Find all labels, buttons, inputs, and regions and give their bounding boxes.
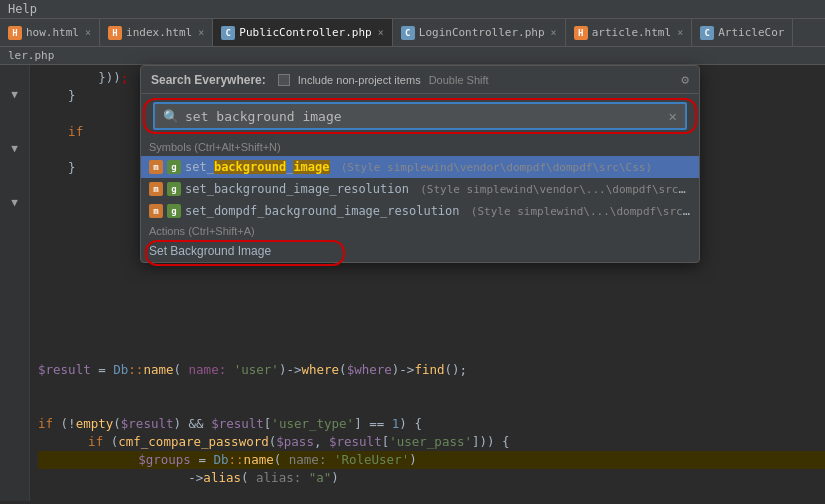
settings-gear-icon[interactable]: ⚙ xyxy=(681,72,689,87)
include-non-project-label: Include non-project items xyxy=(298,74,421,86)
search-dialog-header: Search Everywhere: Include non-project i… xyxy=(141,66,699,94)
actions-section-header: Actions (Ctrl+Shift+A) xyxy=(141,222,699,240)
action-result-label: Set Background Image xyxy=(149,244,271,258)
gutter-fold-2[interactable]: ▼ xyxy=(0,139,29,157)
tab-icon-show-html: H xyxy=(8,26,22,40)
gutter-line-10 xyxy=(0,229,29,247)
result-text-2: set_background_image_resolution (Style s… xyxy=(185,182,691,196)
gutter-line-9 xyxy=(0,211,29,229)
search-result-set-background-image-resolution[interactable]: m g set_background_image_resolution (Sty… xyxy=(141,178,699,200)
tab-icon-index-html: H xyxy=(108,26,122,40)
double-shift-shortcut: Double Shift xyxy=(429,74,489,86)
help-menu[interactable]: Help xyxy=(8,2,37,16)
tab-index-html[interactable]: H index.html × xyxy=(100,19,213,47)
tab-icon-login-controller: C xyxy=(401,26,415,40)
gutter-line-4 xyxy=(0,121,29,139)
tab-icon-article-html: H xyxy=(574,26,588,40)
tab-label-article-html: article.html xyxy=(592,26,671,39)
code-alias-line: -> alias ( alias: "a" ) xyxy=(38,469,825,487)
tab-close-article-html[interactable]: × xyxy=(677,27,683,38)
result-path-1: (Style simplewind\vendor\dompdf\dompdf\s… xyxy=(341,161,652,174)
search-magnifier-icon: 🔍 xyxy=(163,109,179,124)
search-input-row: 🔍 set background image ✕ xyxy=(153,102,687,130)
gutter-line-1 xyxy=(0,67,29,85)
code-groups-line: $groups = Db :: name ( name: 'RoleUser' … xyxy=(38,451,825,469)
gutter-fold-1[interactable]: ▼ xyxy=(0,85,29,103)
result-icon-m-1: m xyxy=(149,160,163,174)
tab-article-html[interactable]: H article.html × xyxy=(566,19,693,47)
tab-login-controller[interactable]: C LoginController.php × xyxy=(393,19,566,47)
tab-label-show-html: how.html xyxy=(26,26,79,39)
tab-bar: H how.html × H index.html × C PublicCont… xyxy=(0,19,825,47)
gutter-line-13 xyxy=(0,283,29,301)
tab-show-html[interactable]: H how.html × xyxy=(0,19,100,47)
action-result-container: Set Background Image xyxy=(141,240,699,262)
code-if-inner: if ( cmf_compare_password ( $pass , $res… xyxy=(38,433,825,451)
gutter-line-12 xyxy=(0,265,29,283)
result-path-2: (Style simplewind\vendor\...\dompdf\src\… xyxy=(420,183,691,196)
gutter-line-22 xyxy=(0,445,29,463)
tab-public-controller[interactable]: C PublicController.php × xyxy=(213,19,392,47)
gutter-line-16 xyxy=(0,337,29,355)
gutter-line-6 xyxy=(0,157,29,175)
gutter-line-17 xyxy=(0,355,29,373)
search-dialog-title: Search Everywhere: xyxy=(151,73,266,87)
breadcrumb: ler.php xyxy=(0,47,825,65)
search-input-text[interactable]: set background image xyxy=(185,109,669,124)
search-clear-button[interactable]: ✕ xyxy=(669,108,677,124)
result-icon-m-3: m xyxy=(149,204,163,218)
result-text-3: set_dompdf_background_image_resolution (… xyxy=(185,204,691,218)
search-input-container: 🔍 set background image ✕ xyxy=(141,94,699,138)
result-path-3: (Style simplewind\...\dompdf\src\Css) xyxy=(471,205,691,218)
tab-label-index-html: index.html xyxy=(126,26,192,39)
line-number-gutter: ▼ ▼ ▼ xyxy=(0,65,30,501)
menu-bar: Help xyxy=(0,0,825,19)
gutter-line-21 xyxy=(0,427,29,445)
code-spacer-2 xyxy=(38,397,825,415)
code-if-line: if (! empty ( $result ) && $result [ 'us… xyxy=(38,415,825,433)
search-result-set-background-image[interactable]: m g set_background_image (Style simplewi… xyxy=(141,156,699,178)
tab-label-public-controller: PublicController.php xyxy=(239,26,371,39)
tab-close-public-controller[interactable]: × xyxy=(378,27,384,38)
result-icon-g-3: g xyxy=(167,204,181,218)
gutter-line-15 xyxy=(0,319,29,337)
gutter-line-20 xyxy=(0,409,29,427)
action-result-text: Set Background Image xyxy=(149,244,691,258)
gutter-line-23 xyxy=(0,463,29,481)
tab-close-index-html[interactable]: × xyxy=(198,27,204,38)
result-text-1: set_background_image (Style simplewind\v… xyxy=(185,160,691,174)
gutter-line-14 xyxy=(0,301,29,319)
result-icon-g-1: g xyxy=(167,160,181,174)
tab-label-login-controller: LoginController.php xyxy=(419,26,545,39)
symbols-section-header: Symbols (Ctrl+Alt+Shift+N) xyxy=(141,138,699,156)
gutter-line-11 xyxy=(0,247,29,265)
tab-close-show-html[interactable]: × xyxy=(85,27,91,38)
tab-label-article-cor: ArticleCor xyxy=(718,26,784,39)
editor-area: ▼ ▼ ▼ })); } if } xyxy=(0,65,825,501)
search-result-set-dompdf-background-image-resolution[interactable]: m g set_dompdf_background_image_resoluti… xyxy=(141,200,699,222)
gutter-line-19 xyxy=(0,391,29,409)
breadcrumb-text: ler.php xyxy=(8,49,54,62)
code-result-line: $result = Db :: name ( name: 'user' )-> … xyxy=(38,361,825,379)
search-result-set-background-image-action[interactable]: Set Background Image xyxy=(141,240,699,262)
gutter-line-3 xyxy=(0,103,29,121)
code-spacer-1 xyxy=(38,379,825,397)
tab-icon-public-controller: C xyxy=(221,26,235,40)
include-non-project-checkbox[interactable] xyxy=(278,74,290,86)
result-icon-m-2: m xyxy=(149,182,163,196)
tab-article-cor[interactable]: C ArticleCor xyxy=(692,19,793,47)
tab-icon-article-cor: C xyxy=(700,26,714,40)
gutter-fold-3[interactable]: ▼ xyxy=(0,193,29,211)
gutter-line-18 xyxy=(0,373,29,391)
result-icon-g-2: g xyxy=(167,182,181,196)
gutter-line-7 xyxy=(0,175,29,193)
search-dialog: Search Everywhere: Include non-project i… xyxy=(140,65,700,263)
tab-close-login-controller[interactable]: × xyxy=(551,27,557,38)
